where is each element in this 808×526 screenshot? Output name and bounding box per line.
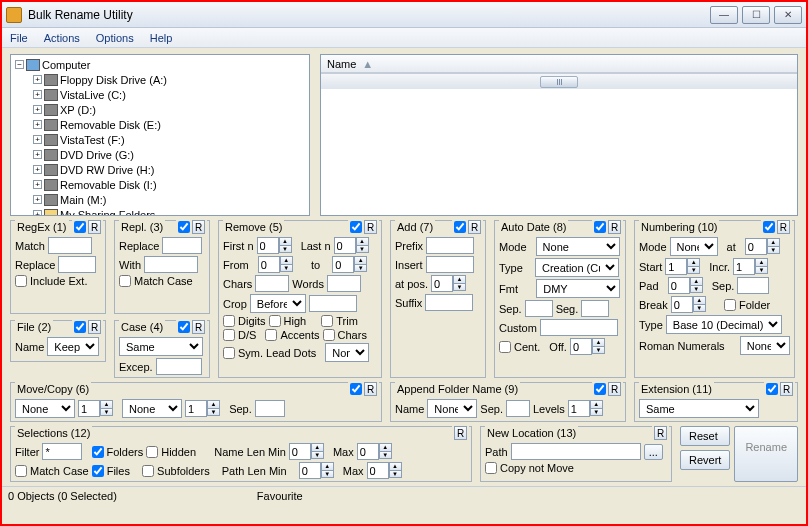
autodate-reset[interactable]: R — [608, 220, 621, 234]
close-button[interactable]: ✕ — [774, 6, 802, 24]
remove-accents[interactable] — [265, 329, 277, 341]
autodate-seg-input[interactable] — [581, 300, 609, 317]
expand-icon[interactable]: + — [33, 195, 42, 204]
add-prefix-input[interactable] — [426, 237, 474, 254]
mc-sep-input[interactable] — [255, 400, 285, 417]
regex-enable[interactable] — [74, 221, 86, 233]
reset-button[interactable]: Reset — [680, 426, 730, 446]
menu-options[interactable]: Options — [96, 32, 134, 44]
case-reset[interactable]: R — [192, 320, 205, 334]
regex-reset[interactable]: R — [88, 220, 101, 234]
add-atpos[interactable] — [431, 275, 453, 292]
sel-folders[interactable] — [92, 446, 104, 458]
repl-reset[interactable]: R — [192, 220, 205, 234]
menu-actions[interactable]: Actions — [44, 32, 80, 44]
file-name-select[interactable]: Keep — [47, 337, 99, 356]
remove-ds[interactable] — [223, 329, 235, 341]
menu-file[interactable]: File — [10, 32, 28, 44]
expand-icon[interactable]: + — [33, 135, 42, 144]
file-reset[interactable]: R — [88, 320, 101, 334]
num-break[interactable] — [671, 296, 693, 313]
afn-levels[interactable] — [568, 400, 590, 417]
tree-item[interactable]: Floppy Disk Drive (A:) — [60, 74, 167, 86]
collapse-icon[interactable]: − — [15, 60, 24, 69]
repl-with-input[interactable] — [144, 256, 198, 273]
repl-replace-input[interactable] — [162, 237, 202, 254]
nl-copynotmove[interactable] — [485, 462, 497, 474]
sel-hidden[interactable] — [146, 446, 158, 458]
case-enable[interactable] — [178, 321, 190, 333]
num-start[interactable] — [665, 258, 687, 275]
remove-to[interactable] — [332, 256, 354, 273]
sel-filter-input[interactable] — [42, 443, 82, 460]
num-incr[interactable] — [733, 258, 755, 275]
regex-include-ext[interactable] — [15, 275, 27, 287]
mc-n1[interactable] — [78, 400, 100, 417]
num-reset[interactable]: R — [777, 220, 790, 234]
column-name[interactable]: Name — [327, 58, 356, 70]
tree-root[interactable]: Computer — [42, 59, 90, 71]
repl-matchcase[interactable] — [119, 275, 131, 287]
expand-icon[interactable]: + — [33, 210, 42, 216]
sel-nlmax[interactable] — [357, 443, 379, 460]
file-list[interactable]: Name▲ — [320, 54, 798, 216]
tree-item[interactable]: Removable Disk (E:) — [60, 119, 161, 131]
remove-from[interactable] — [258, 256, 280, 273]
add-suffix-input[interactable] — [425, 294, 473, 311]
tree-item[interactable]: Main (M:) — [60, 194, 106, 206]
remove-firstn[interactable] — [257, 237, 279, 254]
sel-reset[interactable]: R — [454, 426, 467, 440]
add-reset[interactable]: R — [468, 220, 481, 234]
rename-button[interactable]: Rename — [734, 426, 798, 482]
tree-item[interactable]: Removable Disk (I:) — [60, 179, 157, 191]
tree-item[interactable]: DVD RW Drive (H:) — [60, 164, 155, 176]
remove-leaddots-select[interactable]: Non — [325, 343, 369, 362]
nl-reset[interactable]: R — [654, 426, 667, 440]
expand-icon[interactable]: + — [33, 75, 42, 84]
autodate-custom-input[interactable] — [540, 319, 618, 336]
afn-sep-input[interactable] — [506, 400, 530, 417]
sel-nlm[interactable] — [289, 443, 311, 460]
remove-high[interactable] — [269, 315, 281, 327]
sel-plm[interactable] — [299, 462, 321, 479]
maximize-button[interactable]: ☐ — [742, 6, 770, 24]
autodate-type-select[interactable]: Creation (Curr — [535, 258, 619, 277]
remove-sym[interactable] — [223, 347, 235, 359]
spinner[interactable]: ▲▼ — [279, 237, 292, 254]
autodate-enable[interactable] — [594, 221, 606, 233]
folder-tree[interactable]: −Computer +Floppy Disk Drive (A:) +Vista… — [10, 54, 310, 216]
remove-reset[interactable]: R — [364, 220, 377, 234]
mc-enable[interactable] — [350, 383, 362, 395]
revert-button[interactable]: Revert — [680, 450, 730, 470]
tree-item[interactable]: My Sharing Folders — [60, 209, 155, 217]
expand-icon[interactable]: + — [33, 165, 42, 174]
nl-path-input[interactable] — [511, 443, 641, 460]
remove-chars-input[interactable] — [255, 275, 289, 292]
regex-match-input[interactable] — [48, 237, 92, 254]
file-enable[interactable] — [74, 321, 86, 333]
tree-item[interactable]: VistaLive (C:) — [60, 89, 126, 101]
autodate-mode-select[interactable]: None — [536, 237, 620, 256]
menu-help[interactable]: Help — [150, 32, 173, 44]
num-at[interactable] — [745, 238, 767, 255]
num-type-select[interactable]: Base 10 (Decimal) — [666, 315, 782, 334]
autodate-off[interactable] — [570, 338, 592, 355]
mc-n2[interactable] — [185, 400, 207, 417]
add-insert-input[interactable] — [426, 256, 474, 273]
case-select[interactable]: Same — [119, 337, 203, 356]
num-enable[interactable] — [763, 221, 775, 233]
sel-plmax[interactable] — [367, 462, 389, 479]
autodate-fmt-select[interactable]: DMY — [536, 279, 620, 298]
num-mode-select[interactable]: None — [670, 237, 718, 256]
remove-crop-select[interactable]: Before — [250, 294, 306, 313]
num-pad[interactable] — [668, 277, 690, 294]
sel-subfolders[interactable] — [142, 465, 154, 477]
tree-item[interactable]: DVD Drive (G:) — [60, 149, 134, 161]
regex-replace-input[interactable] — [58, 256, 96, 273]
expand-icon[interactable]: + — [33, 105, 42, 114]
remove-words-input[interactable] — [327, 275, 361, 292]
repl-enable[interactable] — [178, 221, 190, 233]
remove-crop-input[interactable] — [309, 295, 357, 312]
autodate-sep-input[interactable] — [525, 300, 553, 317]
remove-digits[interactable] — [223, 315, 235, 327]
